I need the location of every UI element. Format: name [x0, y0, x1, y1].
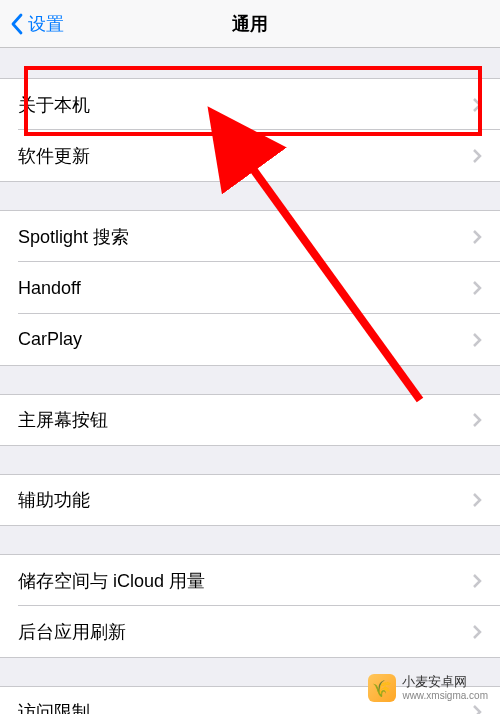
- row-software-update[interactable]: 软件更新: [0, 130, 500, 182]
- row-label: Handoff: [18, 278, 472, 299]
- group-home-button: 主屏幕按钮: [0, 394, 500, 446]
- watermark-url: www.xmsigma.com: [402, 690, 488, 701]
- group-features: Spotlight 搜索 Handoff CarPlay: [0, 210, 500, 366]
- row-label: 辅助功能: [18, 488, 472, 512]
- row-spotlight[interactable]: Spotlight 搜索: [0, 210, 500, 262]
- row-label: 软件更新: [18, 144, 472, 168]
- row-label: 储存空间与 iCloud 用量: [18, 569, 472, 593]
- spacer: [0, 446, 500, 474]
- chevron-left-icon: [10, 13, 24, 35]
- group-accessibility: 辅助功能: [0, 474, 500, 526]
- row-label: 关于本机: [18, 93, 472, 117]
- watermark-text: 小麦安卓网 www.xmsigma.com: [402, 675, 488, 700]
- group-about: 关于本机 软件更新: [0, 78, 500, 182]
- spacer: [0, 182, 500, 210]
- chevron-right-icon: [472, 573, 482, 589]
- chevron-right-icon: [472, 280, 482, 296]
- chevron-right-icon: [472, 229, 482, 245]
- chevron-right-icon: [472, 412, 482, 428]
- spacer: [0, 48, 500, 78]
- row-label: 后台应用刷新: [18, 620, 472, 644]
- back-button[interactable]: 设置: [0, 0, 64, 47]
- chevron-right-icon: [472, 492, 482, 508]
- chevron-right-icon: [472, 704, 482, 714]
- row-label: 主屏幕按钮: [18, 408, 472, 432]
- row-label: 访问限制: [18, 700, 472, 714]
- watermark-title: 小麦安卓网: [402, 675, 488, 689]
- nav-header: 设置 通用: [0, 0, 500, 48]
- row-background-app-refresh[interactable]: 后台应用刷新: [0, 606, 500, 658]
- row-about-this-device[interactable]: 关于本机: [0, 78, 500, 130]
- spacer: [0, 366, 500, 394]
- row-label: Spotlight 搜索: [18, 225, 472, 249]
- row-label: CarPlay: [18, 329, 472, 350]
- row-accessibility[interactable]: 辅助功能: [0, 474, 500, 526]
- chevron-right-icon: [472, 148, 482, 164]
- row-carplay[interactable]: CarPlay: [0, 314, 500, 366]
- row-handoff[interactable]: Handoff: [0, 262, 500, 314]
- chevron-right-icon: [472, 624, 482, 640]
- group-storage: 储存空间与 iCloud 用量 后台应用刷新: [0, 554, 500, 658]
- row-storage-icloud[interactable]: 储存空间与 iCloud 用量: [0, 554, 500, 606]
- watermark: 🌾 小麦安卓网 www.xmsigma.com: [368, 674, 488, 702]
- row-home-button[interactable]: 主屏幕按钮: [0, 394, 500, 446]
- chevron-right-icon: [472, 97, 482, 113]
- spacer: [0, 526, 500, 554]
- chevron-right-icon: [472, 332, 482, 348]
- back-label: 设置: [28, 12, 64, 36]
- watermark-logo-icon: 🌾: [368, 674, 396, 702]
- page-title: 通用: [232, 12, 268, 36]
